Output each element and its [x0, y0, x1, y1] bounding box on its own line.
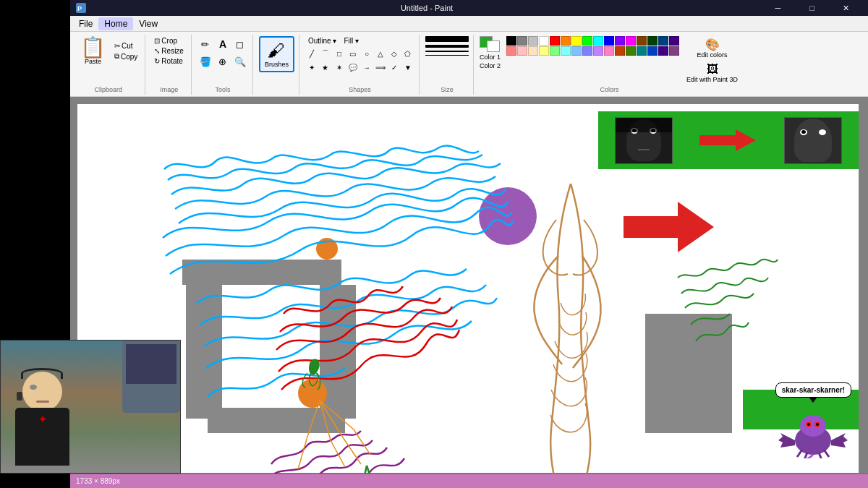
star5-shape[interactable]: ★	[319, 61, 332, 74]
edit-3d-label: Edit with Paint 3D	[686, 76, 738, 83]
gray-shape-bottom	[208, 408, 345, 433]
arrow2-shape[interactable]: ⟹	[374, 61, 387, 74]
rect-shape[interactable]: □	[333, 47, 346, 60]
minimize-button[interactable]: ─	[762, 0, 794, 16]
callout-shape[interactable]: 💬	[346, 61, 359, 74]
swatch-row-1	[506, 36, 679, 46]
size-4[interactable]	[425, 55, 469, 56]
triangle-shape[interactable]: △	[374, 47, 387, 60]
outline-button[interactable]: Outline ▾	[305, 36, 339, 46]
paste-button[interactable]: 📋 Paste	[76, 36, 110, 67]
cut-label: Cut	[122, 42, 133, 50]
swatch-dorange[interactable]	[615, 46, 625, 56]
swatch-orange[interactable]	[561, 36, 571, 46]
resize-label: Resize	[161, 47, 184, 55]
swatch-brown[interactable]	[637, 36, 647, 46]
menu-file[interactable]: File	[73, 17, 98, 30]
text-tool[interactable]: A	[215, 36, 231, 52]
pencil-tool[interactable]: ✏	[197, 36, 213, 52]
star6-shape[interactable]: ✶	[333, 61, 346, 74]
roundrect-shape[interactable]: ▭	[346, 47, 359, 60]
swatch-magenta[interactable]	[626, 36, 636, 46]
webcam-person-1	[616, 118, 672, 163]
swatch-yellow[interactable]	[571, 36, 582, 46]
swatch-lred[interactable]	[506, 46, 516, 56]
brushes-button[interactable]: 🖌 Brushes	[259, 36, 294, 72]
menu-home[interactable]: Home	[98, 17, 133, 30]
close-button[interactable]: ✕	[830, 0, 862, 16]
cut-icon: ✂	[114, 42, 120, 50]
star4-shape[interactable]: ✦	[305, 61, 318, 74]
green-top-overlay	[598, 111, 859, 169]
resize-button[interactable]: ⤡ Resize	[151, 46, 187, 56]
picker-tool[interactable]: ⊕	[215, 53, 231, 69]
swatch-purple[interactable]	[615, 36, 625, 46]
swatch-indigo[interactable]	[658, 46, 668, 56]
checkmark-shape[interactable]: ✓	[388, 61, 401, 74]
swatch-blue[interactable]	[604, 36, 614, 46]
canvas-container[interactable]: skar-skar-skarner!	[70, 97, 868, 474]
swatch-lpink[interactable]	[604, 46, 614, 56]
swatch-lcyan[interactable]	[561, 46, 571, 56]
swatch-mauve[interactable]	[669, 46, 679, 56]
swatch-pink[interactable]	[517, 46, 527, 56]
red-arrow-between	[699, 129, 757, 151]
curve-shape[interactable]: ⌒	[319, 47, 332, 60]
zoom-tool[interactable]: 🔍	[232, 53, 248, 69]
swatch-lgreen[interactable]	[550, 46, 560, 56]
swatch-dgray[interactable]	[517, 36, 527, 46]
edit-with-3d-button[interactable]: 🖼 Edit with Paint 3D	[685, 61, 739, 85]
menu-view[interactable]: View	[133, 17, 163, 30]
size-3[interactable]	[425, 51, 469, 52]
crop-button[interactable]: ⊡ Crop	[151, 36, 187, 46]
svg-line-10	[797, 450, 802, 457]
copy-button[interactable]: ⧉ Copy	[111, 51, 140, 61]
fill-button[interactable]: Fill ▾	[341, 36, 362, 46]
color-preview-section: Color 1 Color 2	[480, 36, 501, 69]
swatch-white[interactable]	[539, 36, 549, 46]
color1-label: Color 1	[480, 53, 501, 61]
paint-canvas[interactable]: skar-skar-skarner!	[77, 104, 859, 473]
swatch-row-2	[506, 46, 679, 56]
more-shapes[interactable]: ▼	[401, 61, 414, 74]
swatch-mblue[interactable]	[647, 46, 658, 56]
swatch-lblue[interactable]	[571, 46, 582, 56]
rotate-button[interactable]: ↻ Rotate	[151, 56, 187, 66]
size-1[interactable]	[425, 36, 469, 42]
crop-icon: ⊡	[154, 37, 160, 45]
copy-label: Copy	[121, 53, 137, 61]
eraser-tool[interactable]: ◻	[232, 36, 248, 52]
svg-line-12	[819, 453, 822, 458]
diamond-shape[interactable]: ◇	[388, 47, 401, 60]
swatch-green[interactable]	[582, 36, 592, 46]
swatch-peach[interactable]	[528, 46, 538, 56]
swatch-black[interactable]	[506, 36, 516, 46]
ellipse-shape[interactable]: ○	[360, 47, 373, 60]
swatch-lyellow[interactable]	[539, 46, 549, 56]
cut-button[interactable]: ✂ Cut	[111, 41, 140, 51]
window-title: Untitled - Paint	[92, 4, 762, 12]
swatch-lavender[interactable]	[582, 46, 592, 56]
swatch-dblue[interactable]	[658, 36, 668, 46]
swatch-red[interactable]	[550, 36, 560, 46]
size-2[interactable]	[425, 45, 469, 48]
arrow-shape[interactable]: →	[360, 61, 373, 74]
paste-icon: 📋	[80, 38, 106, 58]
swatch-dgreen[interactable]	[647, 36, 658, 46]
swatch-cyan[interactable]	[593, 36, 603, 46]
pentagon-shape[interactable]: ⬠	[401, 47, 414, 60]
swatches-container	[506, 36, 679, 56]
ribbon: 📋 Paste ✂ Cut ⧉ Copy Clipboar	[70, 32, 868, 97]
swatch-lpurple[interactable]	[593, 46, 603, 56]
swatch-lgray[interactable]	[528, 36, 538, 46]
swatch-teal[interactable]	[637, 46, 647, 56]
fill-tool[interactable]: 🪣	[197, 53, 213, 69]
ribbon-content: 📋 Paste ✂ Cut ⧉ Copy Clipboar	[70, 32, 868, 96]
maximize-button[interactable]: □	[796, 0, 828, 16]
swatch-olive[interactable]	[626, 46, 636, 56]
swatch-dpurple[interactable]	[669, 36, 679, 46]
copy-icon: ⧉	[114, 52, 119, 61]
line-shape[interactable]: ╱	[305, 47, 318, 60]
color2-box[interactable]	[487, 40, 500, 52]
edit-colors-button[interactable]: 🎨 Edit colors	[685, 36, 739, 60]
